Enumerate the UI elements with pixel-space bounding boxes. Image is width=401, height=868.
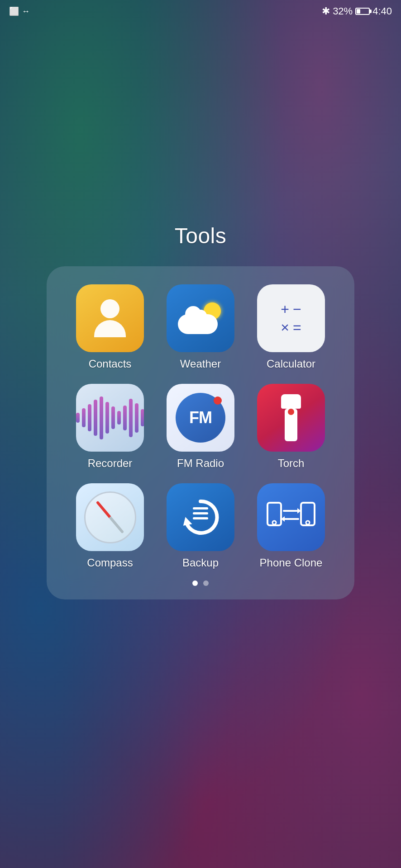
- phoneclone-svg: [264, 495, 318, 540]
- compass-icon: [76, 483, 144, 551]
- clone-content: [264, 495, 318, 540]
- wave-bar: [76, 413, 80, 423]
- calculator-label: Calculator: [267, 358, 315, 370]
- app-calculator[interactable]: + − × = Calculator: [250, 284, 332, 370]
- recorder-label: Recorder: [88, 457, 133, 470]
- app-torch[interactable]: Torch: [250, 384, 332, 470]
- battery-container: [355, 8, 370, 15]
- fmradio-label: FM Radio: [177, 457, 224, 470]
- app-phoneclone[interactable]: Phone Clone: [250, 483, 332, 569]
- fm-circle: FM: [176, 393, 225, 443]
- svg-rect-1: [267, 503, 281, 525]
- sim-icon: ⬜: [9, 6, 19, 16]
- bluetooth-icon: ✱: [322, 5, 330, 17]
- main-content: Tools Contacts: [0, 0, 401, 868]
- wave-bar: [111, 406, 115, 429]
- compass-needle-white: [109, 516, 124, 533]
- torch-label: Torch: [278, 457, 305, 470]
- backup-line-3: [193, 517, 208, 519]
- backup-line-2: [193, 512, 208, 514]
- calc-times: ×: [281, 320, 289, 335]
- svg-rect-3: [301, 503, 315, 525]
- app-compass[interactable]: Compass: [69, 483, 151, 569]
- fmradio-icon: FM: [167, 384, 234, 452]
- app-backup[interactable]: Backup: [160, 483, 241, 569]
- compass-needle-red: [96, 501, 111, 518]
- app-recorder[interactable]: Recorder: [69, 384, 151, 470]
- contacts-label: Contacts: [89, 358, 132, 370]
- pagination-dot-1: [192, 580, 198, 586]
- pagination-dot-2: [203, 580, 209, 586]
- compass-label: Compass: [87, 557, 133, 569]
- weather-icon: [167, 284, 234, 352]
- svg-point-2: [272, 521, 276, 524]
- battery-fill: [357, 9, 360, 14]
- calc-symbols: + − × =: [277, 298, 305, 338]
- status-right: ✱ 32% 4:40: [322, 5, 392, 17]
- backup-lines: [193, 507, 208, 519]
- cloud-icon: [178, 314, 218, 334]
- wave-bar: [105, 402, 109, 434]
- wave-bar: [88, 404, 91, 431]
- clock: 4:40: [372, 5, 392, 17]
- svg-marker-0: [182, 516, 192, 525]
- calc-minus: −: [293, 302, 301, 316]
- wave-bar: [100, 396, 103, 439]
- compass-circle: [84, 491, 136, 543]
- phoneclone-icon: [257, 483, 325, 551]
- folder-container: Contacts Weather + − ×: [47, 266, 354, 599]
- wave-bar: [117, 411, 121, 425]
- wave-bar: [129, 399, 133, 437]
- contacts-icon: [76, 284, 144, 352]
- svg-point-4: [306, 521, 310, 524]
- battery-icon: [355, 8, 370, 15]
- backup-label: Backup: [182, 557, 219, 569]
- calc-plus: +: [281, 302, 289, 316]
- torch-head: [281, 394, 301, 409]
- weather-content: [178, 302, 223, 334]
- wave-bar: [123, 406, 127, 430]
- calc-equals: =: [293, 320, 301, 335]
- backup-content: [178, 495, 223, 540]
- waveform: [76, 402, 144, 434]
- torch-body: [285, 409, 297, 441]
- backup-line-1: [193, 507, 208, 509]
- recorder-icon: [76, 384, 144, 452]
- torch-wrapper: [281, 394, 301, 441]
- torch-icon: [257, 384, 325, 452]
- apps-grid: Contacts Weather + − ×: [69, 284, 332, 569]
- wave-bar: [82, 408, 86, 427]
- network-icon: ↔: [22, 7, 30, 16]
- phoneclone-label: Phone Clone: [260, 557, 323, 569]
- backup-icon: [167, 483, 234, 551]
- wave-bar: [94, 400, 97, 436]
- contacts-head: [100, 299, 119, 318]
- contacts-figure: [94, 299, 126, 337]
- fm-dot: [214, 396, 222, 405]
- weather-label: Weather: [180, 358, 221, 370]
- pagination: [69, 580, 332, 586]
- status-left: ⬜ ↔: [9, 6, 30, 16]
- wave-bar: [135, 403, 138, 433]
- folder-title: Tools: [175, 223, 227, 248]
- app-fmradio[interactable]: FM FM Radio: [160, 384, 241, 470]
- wave-bar: [141, 409, 144, 426]
- contacts-body: [94, 320, 126, 337]
- status-bar: ⬜ ↔ ✱ 32% 4:40: [0, 0, 401, 23]
- app-weather[interactable]: Weather: [160, 284, 241, 370]
- fm-text: FM: [189, 408, 212, 427]
- calculator-icon: + − × =: [257, 284, 325, 352]
- app-contacts[interactable]: Contacts: [69, 284, 151, 370]
- battery-percent: 32%: [333, 5, 353, 17]
- torch-dot: [288, 409, 294, 415]
